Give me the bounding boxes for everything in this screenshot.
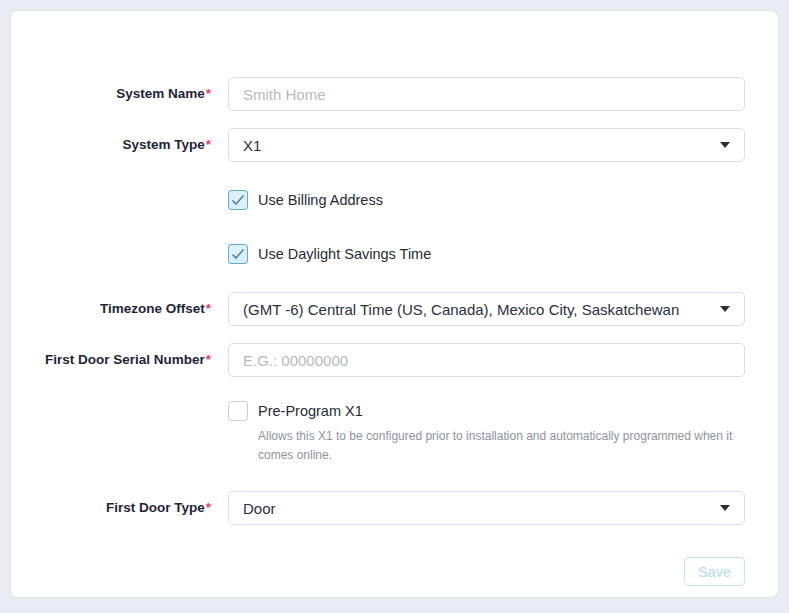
save-row: Save — [11, 557, 745, 586]
timezone-offset-value: (GMT -6) Central Time (US, Canada), Mexi… — [243, 301, 679, 318]
pre-program-x1-helper-text: Allows this X1 to be configured prior to… — [258, 427, 738, 464]
first-door-serial-input[interactable] — [228, 343, 745, 377]
timezone-offset-label: Timezone Offset* — [11, 301, 228, 317]
system-name-row: System Name* — [11, 77, 745, 111]
pre-program-row: Pre-Program X1 Allows this X1 to be conf… — [11, 401, 745, 464]
required-asterisk: * — [206, 86, 211, 101]
required-asterisk: * — [206, 352, 211, 367]
system-type-row: System Type* X1 — [11, 128, 745, 162]
use-billing-address-label: Use Billing Address — [258, 192, 383, 208]
first-door-type-value: Door — [243, 500, 276, 517]
system-type-value: X1 — [243, 137, 261, 154]
timezone-offset-select[interactable]: (GMT -6) Central Time (US, Canada), Mexi… — [228, 292, 745, 326]
system-type-label-text: System Type — [122, 137, 204, 152]
required-asterisk: * — [206, 500, 211, 515]
check-icon — [231, 194, 245, 206]
first-door-serial-row: First Door Serial Number* — [11, 343, 745, 377]
use-daylight-savings-label: Use Daylight Savings Time — [258, 246, 431, 262]
system-name-input[interactable] — [228, 77, 745, 111]
system-name-label: System Name* — [11, 86, 228, 102]
system-type-label: System Type* — [11, 137, 228, 153]
timezone-offset-row: Timezone Offset* (GMT -6) Central Time (… — [11, 292, 745, 326]
pre-program-x1-label: Pre-Program X1 — [258, 403, 363, 419]
first-door-serial-label-text: First Door Serial Number — [45, 352, 205, 367]
first-door-type-label-text: First Door Type — [106, 500, 205, 515]
first-door-serial-label: First Door Serial Number* — [11, 352, 228, 368]
timezone-offset-label-text: Timezone Offset — [100, 301, 205, 316]
use-billing-address-checkbox[interactable] — [228, 190, 248, 210]
system-type-select[interactable]: X1 — [228, 128, 745, 162]
required-asterisk: * — [206, 137, 211, 152]
system-form-card: System Name* System Type* X1 — [10, 10, 779, 598]
use-daylight-savings-checkbox[interactable] — [228, 244, 248, 264]
check-icon — [231, 248, 245, 260]
chevron-down-icon — [720, 306, 730, 312]
first-door-type-label: First Door Type* — [11, 500, 228, 516]
daylight-savings-row: Use Daylight Savings Time — [11, 244, 745, 264]
billing-address-row: Use Billing Address — [11, 190, 745, 210]
save-button[interactable]: Save — [684, 557, 745, 586]
first-door-type-row: First Door Type* Door — [11, 491, 745, 525]
required-asterisk: * — [206, 301, 211, 316]
chevron-down-icon — [720, 142, 730, 148]
chevron-down-icon — [720, 505, 730, 511]
pre-program-x1-checkbox[interactable] — [228, 401, 248, 421]
system-name-label-text: System Name — [116, 86, 205, 101]
first-door-type-select[interactable]: Door — [228, 491, 745, 525]
